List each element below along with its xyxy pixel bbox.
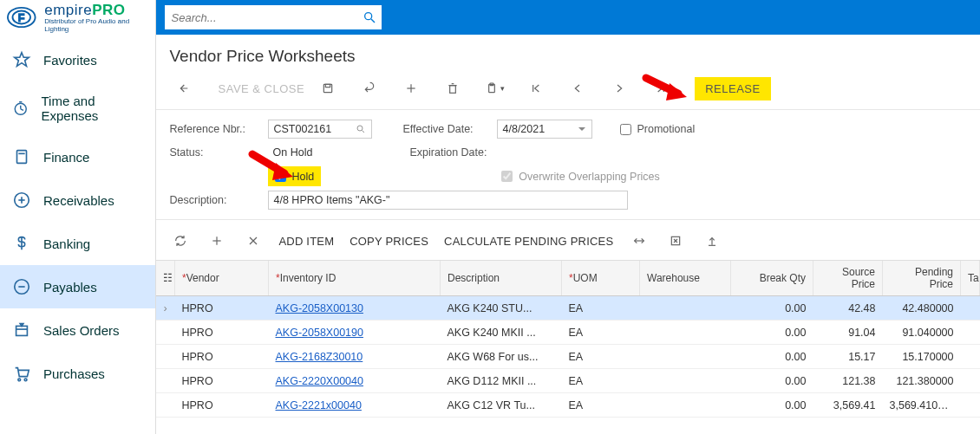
- cell-warehouse[interactable]: [640, 345, 731, 369]
- cell-break-qty[interactable]: 0.00: [731, 369, 813, 393]
- cell-inventory-id[interactable]: AKG-2058X00130: [269, 296, 441, 321]
- copy-prices-action[interactable]: COPY PRICES: [350, 235, 428, 248]
- cell-last[interactable]: [961, 321, 980, 345]
- cell-inventory-id[interactable]: AKG-2220X00040: [269, 369, 441, 393]
- table-row[interactable]: HPRO AKG-2220X00040 AKG D112 MKII ... EA…: [156, 369, 980, 393]
- desc-input[interactable]: 4/8 HPRO Items "AKG-": [268, 191, 628, 210]
- refresh-button[interactable]: [170, 229, 191, 253]
- cell-source-price[interactable]: 42.48: [813, 296, 883, 321]
- cell-description[interactable]: AKG C12 VR Tu...: [441, 393, 562, 418]
- cell-vendor[interactable]: HPRO: [175, 345, 269, 369]
- col-header[interactable]: *Inventory ID: [269, 261, 441, 296]
- cell-uom[interactable]: EA: [562, 345, 640, 369]
- save-button[interactable]: [315, 76, 341, 100]
- cell-vendor[interactable]: HPRO: [175, 393, 269, 418]
- sidebar-item-purchases[interactable]: Purchases: [0, 352, 155, 395]
- cell-uom[interactable]: EA: [562, 296, 640, 321]
- cell-pending-price[interactable]: 42.480000: [883, 296, 961, 321]
- prev-button[interactable]: [565, 76, 591, 100]
- cell-last[interactable]: [961, 369, 980, 393]
- sidebar-item-favorites[interactable]: Favorites: [0, 38, 155, 81]
- cell-warehouse[interactable]: [640, 296, 731, 321]
- col-header[interactable]: *UOM: [562, 261, 640, 296]
- col-header[interactable]: Description: [441, 261, 562, 296]
- cell-warehouse[interactable]: [640, 321, 731, 345]
- cell-pending-price[interactable]: 15.170000: [883, 345, 961, 369]
- promo-checkbox[interactable]: Promotional: [617, 121, 696, 138]
- cell-last[interactable]: [961, 296, 980, 321]
- cell-uom[interactable]: EA: [562, 393, 640, 418]
- row-options-header[interactable]: ☷: [156, 261, 175, 296]
- sidebar-item-payables[interactable]: Payables: [0, 265, 155, 308]
- back-button[interactable]: [170, 76, 196, 100]
- cell-warehouse[interactable]: [640, 393, 731, 418]
- add-row-button[interactable]: [206, 229, 227, 253]
- hold-check-input[interactable]: [275, 171, 286, 182]
- hold-checkbox[interactable]: Hold: [268, 166, 322, 186]
- cell-pending-price[interactable]: 91.040000: [883, 321, 961, 345]
- cell-source-price[interactable]: 3,569.41: [813, 393, 883, 418]
- col-header[interactable]: Ta: [961, 261, 980, 296]
- cell-break-qty[interactable]: 0.00: [731, 296, 813, 321]
- upload-button[interactable]: [702, 229, 722, 253]
- col-header[interactable]: Warehouse: [640, 261, 731, 296]
- cell-uom[interactable]: EA: [562, 369, 640, 393]
- table-row[interactable]: HPRO AKG-2058X00190 AKG K240 MKII ... EA…: [156, 321, 980, 345]
- export-excel-button[interactable]: [665, 229, 686, 253]
- calc-pending-action[interactable]: CALCULATE PENDING PRICES: [444, 235, 613, 248]
- add-item-action[interactable]: ADD ITEM: [279, 235, 335, 248]
- col-header[interactable]: Break Qty: [731, 261, 813, 296]
- cell-break-qty[interactable]: 0.00: [731, 321, 813, 345]
- table-row[interactable]: › HPRO AKG-2058X00130 AKG K240 STU... EA…: [156, 296, 980, 321]
- cell-vendor[interactable]: HPRO: [175, 296, 269, 321]
- next-button[interactable]: [606, 76, 632, 100]
- cell-last[interactable]: [961, 393, 980, 418]
- delete-row-button[interactable]: [243, 229, 264, 253]
- sidebar-item-finance[interactable]: Finance: [0, 135, 155, 178]
- cell-description[interactable]: AKG D112 MKII ...: [441, 369, 562, 393]
- add-button[interactable]: [398, 76, 424, 100]
- release-button[interactable]: RELEASE: [695, 77, 770, 100]
- cell-uom[interactable]: EA: [562, 321, 640, 345]
- cell-last[interactable]: [961, 345, 980, 369]
- cell-vendor[interactable]: HPRO: [175, 321, 269, 345]
- save-close-button[interactable]: SAVE & CLOSE: [212, 79, 312, 99]
- cell-description[interactable]: AKG W68 For us...: [441, 345, 562, 369]
- overlap-checkbox[interactable]: Overwrite Overlapping Prices: [498, 168, 660, 185]
- cell-warehouse[interactable]: [640, 369, 731, 393]
- lookup-icon[interactable]: [356, 124, 366, 134]
- col-header[interactable]: Source Price: [813, 261, 883, 296]
- undo-button[interactable]: [356, 76, 382, 100]
- last-button[interactable]: [648, 76, 674, 100]
- promo-check-input[interactable]: [620, 124, 631, 135]
- search-box[interactable]: [165, 5, 382, 29]
- cell-break-qty[interactable]: 0.00: [731, 345, 813, 369]
- sidebar-item-receivables[interactable]: Receivables: [0, 178, 155, 222]
- cell-source-price[interactable]: 91.04: [813, 321, 883, 345]
- cell-source-price[interactable]: 121.38: [813, 369, 883, 393]
- cell-description[interactable]: AKG K240 STU...: [441, 296, 562, 321]
- table-row[interactable]: HPRO AKG-2221x00040 AKG C12 VR Tu... EA …: [156, 393, 980, 418]
- sidebar-item-sales-orders[interactable]: Sales Orders: [0, 308, 155, 352]
- cell-pending-price[interactable]: 3,569.410000: [883, 393, 961, 418]
- col-header[interactable]: Pending Price: [883, 261, 961, 296]
- ref-input[interactable]: CST002161: [268, 120, 372, 139]
- cell-inventory-id[interactable]: AKG-2058X00190: [269, 321, 441, 345]
- sidebar-item-time-and-expenses[interactable]: Time and Expenses: [0, 81, 155, 135]
- cell-inventory-id[interactable]: AKG-2168Z30010: [269, 345, 441, 369]
- eff-date-input[interactable]: 4/8/2021: [497, 120, 592, 139]
- cell-pending-price[interactable]: 121.380000: [883, 369, 961, 393]
- first-button[interactable]: [523, 76, 549, 100]
- cell-source-price[interactable]: 15.17: [813, 345, 883, 369]
- cell-vendor[interactable]: HPRO: [175, 369, 269, 393]
- sidebar-item-banking[interactable]: Banking: [0, 222, 155, 265]
- col-header[interactable]: *Vendor: [175, 261, 269, 296]
- cell-break-qty[interactable]: 0.00: [731, 393, 813, 418]
- cell-description[interactable]: AKG K240 MKII ...: [441, 321, 562, 345]
- cell-inventory-id[interactable]: AKG-2221x00040: [269, 393, 441, 418]
- clipboard-button[interactable]: ▾: [481, 76, 507, 100]
- delete-button[interactable]: [440, 76, 466, 100]
- table-row[interactable]: HPRO AKG-2168Z30010 AKG W68 For us... EA…: [156, 345, 980, 369]
- fit-columns-button[interactable]: [629, 229, 650, 253]
- search-input[interactable]: [170, 10, 363, 25]
